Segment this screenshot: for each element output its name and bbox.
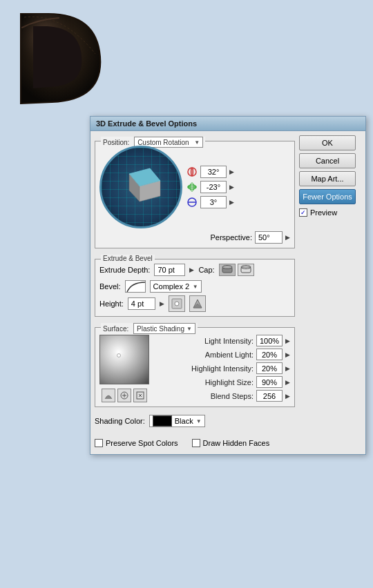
z-rot-arrow[interactable]: ▶ (229, 199, 234, 206)
perspective-arrow[interactable]: ▶ (285, 234, 290, 241)
fewer-options-button[interactable]: Fewer Options (299, 189, 356, 204)
surface-light-dot[interactable] (117, 353, 121, 357)
highlight-size-row: Highlight Size: 90% ▶ (155, 376, 290, 388)
position-value: Custom Rotation (137, 139, 189, 146)
svg-point-13 (222, 266, 232, 269)
light-intensity-arrow[interactable]: ▶ (285, 337, 290, 344)
ambient-light-label: Ambient Light: (205, 351, 254, 359)
blend-steps-value[interactable]: 256 (256, 390, 283, 402)
ambient-light-arrow[interactable]: ▶ (285, 351, 290, 358)
highlight-intensity-value[interactable]: 20% (256, 362, 283, 374)
z-rot-icon (186, 197, 198, 208)
shading-value: Black (175, 417, 193, 425)
rotation-controls: 32° ▶ -23° ▶ (186, 166, 234, 208)
surface-label-text: Surface: (103, 325, 128, 333)
preview-row: ✓ Preview (299, 208, 361, 217)
light-intensity-value[interactable]: 100% (256, 335, 283, 346)
surface-preview-sphere[interactable] (99, 335, 149, 384)
highlight-intensity-label: Highlight Intensity: (191, 364, 254, 373)
z-rot-value[interactable]: 3° (200, 196, 227, 208)
surface-tool-2[interactable] (117, 389, 131, 402)
highlight-size-value[interactable]: 90% (256, 376, 283, 388)
dialog-title: 3D Extrude & Bevel Options (90, 117, 365, 131)
cube-circle[interactable] (99, 146, 182, 228)
cap-on-btn[interactable] (219, 264, 236, 276)
highlight-size-label: Highlight Size: (205, 378, 254, 386)
preserve-spot-checkbox[interactable] (95, 439, 103, 447)
ok-button[interactable]: OK (299, 135, 356, 150)
height-value[interactable]: 4 pt (128, 297, 155, 310)
height-row: Height: 4 pt ▶ (99, 295, 290, 312)
surface-type-value: Plastic Shading (137, 325, 184, 333)
bevel-preview (125, 280, 146, 293)
surface-dropdown[interactable]: Plastic Shading ▼ (133, 323, 195, 334)
ambient-light-value[interactable]: 20% (256, 349, 283, 360)
highlight-intensity-arrow[interactable]: ▶ (285, 365, 290, 372)
cube-svg (115, 161, 167, 213)
dialog: 3D Extrude & Bevel Options Position: Cus… (90, 116, 366, 455)
surface-section-label: Surface: Plastic Shading ▼ (101, 323, 198, 334)
height-icon-btn1[interactable] (169, 295, 185, 312)
height-label: Height: (99, 300, 124, 308)
bevel-value: Complex 2 (153, 282, 190, 291)
highlight-size-arrow[interactable]: ▶ (285, 379, 290, 386)
blend-steps-row: Blend Steps: 256 ▶ (155, 390, 290, 402)
x-rot-value[interactable]: 32° (200, 166, 227, 178)
y-rot-arrow[interactable]: ▶ (229, 184, 234, 190)
surface-dropdown-arrow: ▼ (186, 326, 192, 332)
svg-rect-14 (241, 267, 251, 273)
perspective-value[interactable]: 50° (255, 231, 283, 244)
depth-label: Extrude Depth: (99, 266, 150, 274)
cap-label: Cap: (198, 266, 214, 274)
draw-hidden-checkbox[interactable] (192, 439, 200, 447)
shading-row: Shading Color: Black ▼ (95, 415, 295, 427)
cap-toggle (219, 264, 254, 276)
map-art-button[interactable]: Map Art... (299, 171, 356, 186)
x-rot-icon (186, 166, 198, 177)
surface-tool-3[interactable] (133, 389, 147, 402)
depth-arrow[interactable]: ▶ (189, 266, 194, 273)
blend-steps-arrow[interactable]: ▶ (285, 393, 290, 400)
position-label-text: Position: (103, 139, 129, 146)
draw-hidden-row: Draw Hidden Faces (192, 439, 270, 447)
surface-controls: Light Intensity: 100% ▶ Ambient Light: 2… (155, 335, 290, 402)
logo-area (7, 7, 117, 114)
depth-value[interactable]: 70 pt (154, 264, 185, 276)
surface-tool-1[interactable] (102, 389, 115, 402)
surface-content: Light Intensity: 100% ▶ Ambient Light: 2… (99, 335, 290, 402)
surface-preview-area (99, 335, 149, 402)
x-rot-row: 32° ▶ (186, 166, 234, 178)
perspective-label: Perspective: (210, 233, 252, 242)
shading-label: Shading Color: (95, 417, 145, 425)
svg-point-17 (175, 302, 179, 306)
y-rot-value[interactable]: -23° (200, 181, 227, 193)
rotation-area: 32° ▶ -23° ▶ (99, 146, 290, 228)
logo-svg (7, 7, 104, 107)
surface-tools (102, 389, 147, 402)
ambient-light-row: Ambient Light: 20% ▶ (155, 349, 290, 360)
extrude-section: Extrude & Bevel Extrude Depth: 70 pt ▶ C… (95, 259, 295, 317)
cap-off-btn[interactable] (238, 264, 254, 276)
shading-dropdown-arrow: ▼ (196, 418, 202, 424)
perspective-row: Perspective: 50° ▶ (99, 231, 290, 244)
preview-label: Preview (310, 208, 337, 217)
dialog-right: OK Cancel Map Art... Fewer Options ✓ Pre… (299, 135, 361, 450)
draw-hidden-label: Draw Hidden Faces (203, 439, 270, 447)
preview-checkbox[interactable]: ✓ (299, 208, 307, 217)
extrude-depth-row: Extrude Depth: 70 pt ▶ Cap: (99, 264, 290, 276)
x-rot-arrow[interactable]: ▶ (229, 168, 234, 175)
light-intensity-label: Light Intensity: (204, 337, 254, 345)
dialog-body: Position: Custom Rotation ▼ (90, 131, 365, 454)
dialog-left: Position: Custom Rotation ▼ (95, 135, 295, 450)
blend-steps-label: Blend Steps: (211, 392, 254, 400)
bevel-dropdown[interactable]: Complex 2 ▼ (150, 280, 202, 293)
cancel-button[interactable]: Cancel (299, 153, 356, 168)
y-rot-icon (186, 182, 198, 193)
height-icon-btn2[interactable] (189, 295, 206, 312)
bevel-label: Bevel: (99, 282, 121, 291)
shading-dropdown[interactable]: Black ▼ (149, 415, 205, 427)
y-rot-row: -23° ▶ (186, 181, 234, 193)
position-section-label: Position: Custom Rotation ▼ (101, 137, 205, 148)
height-arrow[interactable]: ▶ (160, 300, 164, 307)
shading-color-box (153, 415, 172, 427)
